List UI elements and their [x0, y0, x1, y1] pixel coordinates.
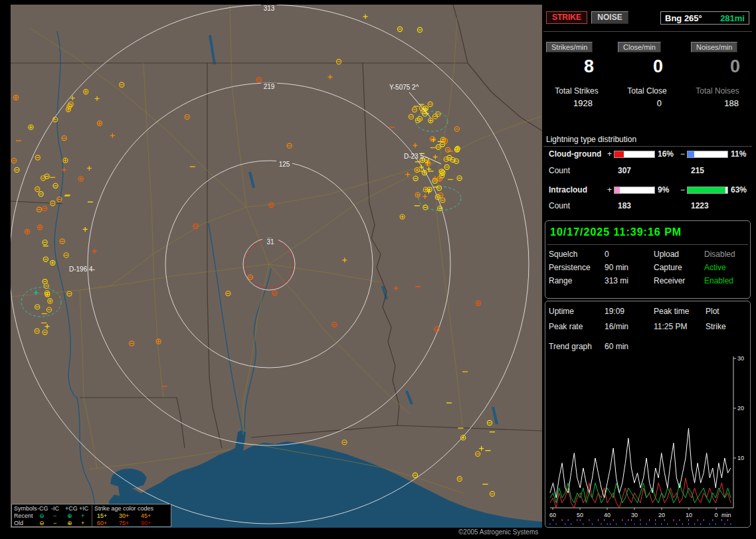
storm-label: D-23 5 [404, 153, 424, 160]
upload-value: Disabled [704, 250, 735, 259]
uptime-label: Uptime [549, 307, 574, 316]
total-label-0: Total Strikes [543, 86, 610, 96]
legend-text: + [81, 520, 84, 526]
legend-text: 60+ [97, 520, 107, 526]
cg-count-label: Count [549, 166, 570, 175]
svg-text:20: 20 [737, 405, 744, 412]
legend-text: 30+ [119, 512, 129, 519]
cg-negative-count: 215 [691, 166, 704, 175]
bearing-distance: 281mi [720, 13, 745, 23]
persistence-value: 90 min [605, 263, 628, 272]
legend-divider [92, 505, 92, 526]
strike-button[interactable]: STRIKE [546, 11, 587, 24]
upload-label: Upload [654, 250, 679, 259]
range-value: 313 mi [605, 276, 628, 285]
map-canvas[interactable]: 31321912531Y-5075 2^D-23 5D-196 4- [11, 5, 542, 528]
peak-time-value: 11:25 PM [654, 322, 687, 331]
cg-minus-sign: − [680, 149, 685, 159]
squelch-value: 0 [605, 250, 609, 259]
legend-text: -IC [51, 505, 59, 512]
rate-value-1: 0 [614, 56, 670, 77]
bearing-label: Bng 265° [665, 13, 702, 23]
legend-text: 45+ [141, 512, 151, 519]
svg-text:20: 20 [658, 512, 665, 518]
legend-text: Strike age color codes [94, 505, 153, 512]
total-label-1: Total Close [613, 86, 682, 96]
ic-positive-pct: 9% [658, 185, 669, 194]
capture-label: Capture [654, 263, 682, 272]
trend-graph-label: Trend graph [549, 342, 592, 351]
cg-negative-pct: 11% [731, 149, 746, 159]
legend-text: ⊖ [39, 512, 45, 519]
svg-text:10: 10 [686, 512, 692, 518]
range-label: Range [549, 276, 572, 285]
peak-time-label: Peak time [654, 307, 689, 316]
legend-text: 75+ [119, 520, 129, 526]
ring-label: 125 [279, 161, 290, 168]
trend-window-value: 60 min [605, 342, 628, 351]
uptime-value: 19:09 [605, 307, 624, 316]
svg-text:min: min [721, 512, 731, 518]
ic-minus-sign: − [680, 185, 685, 194]
cg-plus-sign: + [607, 149, 612, 159]
ic-positive-bar [614, 187, 655, 194]
svg-text:50: 50 [577, 512, 583, 518]
ic-plus-sign: + [607, 185, 612, 194]
radar-map[interactable]: 31321912531Y-5075 2^D-23 5D-196 4- Symbo… [11, 5, 542, 528]
peak-rate-label: Peak rate [549, 322, 583, 331]
copyright-text: ©2005 Astrogenic Systems [458, 528, 538, 536]
ring-label: 219 [264, 83, 275, 90]
cg-label: Cloud-ground [549, 149, 601, 159]
cg-positive-count: 307 [618, 166, 631, 175]
storm-label: D-196 4- [69, 266, 95, 273]
ic-positive-count: 183 [618, 201, 631, 210]
receiver-value: Enabled [704, 276, 733, 285]
svg-text:10: 10 [737, 455, 744, 461]
status-panel: STRIKE NOISE Bng 265° 281mi Strikes/min8… [543, 5, 752, 529]
legend-text: 15+ [97, 512, 107, 519]
peak-rate-value: 16/min [605, 322, 628, 331]
ring-label: 31 [266, 238, 274, 246]
ic-negative-count: 1223 [691, 201, 709, 210]
map-legend: Symbols-CG-IC+CG+ICStrike age color code… [11, 504, 171, 527]
legend-text: Symbols [14, 505, 37, 512]
cg-negative-bar [687, 151, 728, 158]
total-value-2: 188 [688, 98, 747, 108]
svg-text:60: 60 [549, 512, 556, 518]
rate-header-1[interactable]: Close/min [618, 42, 661, 52]
rate-header-2[interactable]: Noises/min [691, 42, 737, 52]
legend-text: ⊕ [67, 520, 72, 526]
bearing-display: Bng 265° 281mi [660, 11, 749, 25]
svg-text:40: 40 [604, 512, 611, 518]
legend-text: − [53, 512, 56, 519]
noise-button[interactable]: NOISE [591, 11, 628, 24]
ic-negative-pct: 63% [731, 185, 747, 194]
capture-value: Active [704, 263, 726, 272]
divider [547, 244, 748, 245]
rate-value-2: 0 [688, 56, 747, 77]
svg-text:0: 0 [714, 512, 717, 518]
svg-text:30: 30 [631, 512, 638, 518]
legend-text: Recent [14, 512, 33, 519]
divider [543, 31, 752, 32]
legend-text: 90+ [141, 520, 151, 526]
total-value-1: 0 [614, 98, 670, 108]
datetime-display: 10/17/2025 11:39:16 PM [550, 226, 682, 238]
rate-header-0[interactable]: Strikes/min [546, 42, 593, 52]
ic-count-label: Count [549, 201, 570, 210]
cg-positive-pct: 16% [658, 149, 674, 159]
divider [543, 146, 752, 147]
plot-label: Plot [706, 307, 719, 316]
ic-label: Intracloud [549, 185, 587, 194]
distribution-title: Lightning type distribution [546, 135, 636, 144]
svg-text:30: 30 [737, 355, 744, 362]
legend-text: ⊖ [39, 520, 45, 526]
receiver-label: Receiver [654, 276, 685, 285]
trend-graph: 3020106050403020100min [545, 351, 751, 528]
legend-text: +CG [65, 505, 78, 512]
ic-negative-bar [687, 187, 728, 194]
legend-text: -CG [37, 505, 48, 512]
legend-text: Old [14, 520, 23, 526]
storm-label: Y-5075 2^ [389, 84, 419, 91]
total-value-0: 1928 [546, 98, 601, 108]
